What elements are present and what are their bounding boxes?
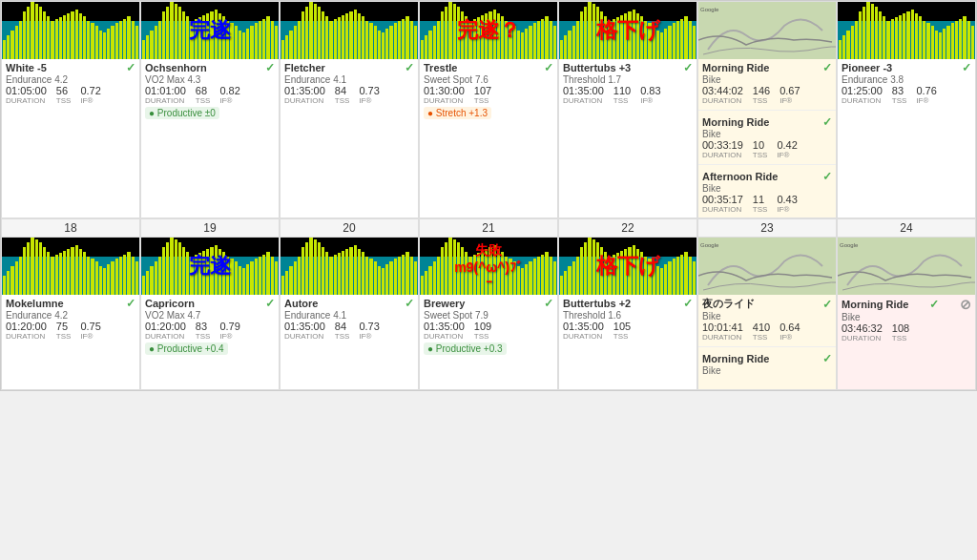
stat-value: 83 [196, 321, 211, 332]
workout-card[interactable]: Trestle✓Sweet Spot 7.601:30:00DURATION10… [420, 59, 557, 121]
stat-value: 56 [56, 85, 72, 96]
day-cell[interactable]: 22格下げButtertubs +2✓Threshold 1.601:35:00… [558, 218, 697, 390]
stat-label: IF® [780, 96, 800, 105]
stat-label: DURATION [702, 333, 743, 342]
stat-value: 0.72 [80, 85, 100, 96]
workout-title: Brewery [424, 298, 465, 309]
workout-card[interactable]: Morning Ride✓Bike03:44:02DURATION146TSS0… [698, 59, 836, 107]
stat-label: IF® [777, 205, 797, 214]
stat-value: 107 [474, 85, 491, 96]
workout-name-row: Morning Ride✓ [702, 115, 832, 129]
workout-card[interactable]: Buttertubs +2✓Threshold 1.601:35:00DURAT… [559, 295, 696, 342]
check-icon: ✓ [822, 298, 832, 311]
day-cell[interactable]: Pioneer -3✓Endurance 3.801:25:00DURATION… [837, 1, 976, 218]
workout-card[interactable]: Pioneer -3✓Endurance 3.801:25:00DURATION… [838, 59, 975, 107]
day-cell[interactable]: Google Morning Ride✓Bike03:44:02DURATION… [697, 1, 837, 218]
day-cell[interactable]: Fletcher✓Endurance 4.101:35:00DURATION84… [280, 1, 419, 218]
workout-type: Bike [702, 129, 832, 139]
workout-card[interactable]: Capricorn✓VO2 Max 4.701:20:00DURATION83T… [141, 295, 279, 357]
check-icon: ✓ [405, 61, 414, 74]
workout-name-row: Mokelumne✓ [6, 297, 135, 310]
workout-type: Endurance 4.1 [284, 310, 414, 321]
day-cell[interactable]: 18Mokelumne✓Endurance 4.201:20:00DURATIO… [1, 218, 140, 390]
stat-value: 68 [196, 85, 211, 96]
stat-label: DURATION [6, 332, 47, 341]
stat-label: DURATION [563, 96, 604, 105]
stat-value: 01:35:00 [284, 321, 325, 332]
stat-label: IF® [640, 96, 660, 105]
workout-card[interactable]: White -5✓Endurance 4.201:05:00DURATION56… [2, 59, 139, 107]
workout-stats: 01:30:00DURATION107TSS [424, 85, 553, 105]
stat-value: 01:20:00 [145, 321, 186, 332]
workout-name-row: Fletcher✓ [284, 61, 414, 74]
workout-name-row: Trestle✓ [424, 61, 553, 74]
workout-name-row: Morning Ride✓ [702, 352, 832, 365]
stat-label: DURATION [702, 151, 743, 159]
workout-card[interactable]: Brewery✓Sweet Spot 7.901:35:00DURATION10… [420, 295, 557, 357]
stat-label: TSS [753, 151, 768, 159]
workout-card[interactable]: Buttertubs +3✓Threshold 1.701:35:00DURAT… [559, 59, 696, 107]
workout-stats: 01:05:00DURATION56TSS0.72IF® [6, 85, 135, 105]
stat-label: TSS [753, 96, 770, 105]
day-cell[interactable]: 完遂Ochsenhorn✓VO2 Max 4.301:01:00DURATION… [140, 1, 280, 218]
workout-title: Capricorn [145, 298, 195, 309]
check-icon: ✓ [544, 61, 553, 74]
day-cell[interactable]: 21失敗 m9(^ω^)ﾌﾞｰBrewery✓Sweet Spot 7.901:… [419, 218, 558, 390]
workout-stats: 00:35:17DURATION11TSS0.43IF® [702, 194, 832, 214]
stat-value: 10 [753, 139, 768, 151]
workout-stats: 03:46:32DURATION108TSS [842, 322, 971, 342]
workout-name-row: Buttertubs +2✓ [563, 297, 693, 310]
stat-value: 0.79 [219, 321, 239, 332]
stat-label: TSS [892, 96, 907, 105]
day-cell[interactable]: 24 Google Morning Ride✓⊘Bike03:46:32DURA… [837, 218, 976, 390]
stat-label: DURATION [424, 96, 465, 105]
day-cell[interactable]: White -5✓Endurance 4.201:05:00DURATION56… [1, 1, 140, 218]
workout-name-row: Buttertubs +3✓ [563, 61, 693, 74]
workout-name-row: Morning Ride✓ [702, 61, 832, 74]
workout-title: Autore [284, 298, 318, 309]
workout-stats: 01:25:00DURATION83TSS0.76IF® [842, 85, 971, 105]
workout-card[interactable]: Autore✓Endurance 4.101:35:00DURATION84TS… [281, 295, 418, 342]
stat-value: 110 [613, 85, 631, 96]
day-cell[interactable]: 完遂？Trestle✓Sweet Spot 7.601:30:00DURATIO… [419, 1, 558, 218]
stat-value: 109 [474, 321, 491, 332]
workout-card[interactable]: Afternoon Ride✓Bike00:35:17DURATION11TSS… [698, 168, 836, 216]
check-icon: ✓ [683, 61, 693, 74]
workout-name-row: Capricorn✓ [145, 297, 275, 310]
stat-value: 75 [56, 321, 72, 332]
productivity-badge: ● Stretch +1.3 [424, 107, 491, 119]
stat-value: 105 [613, 321, 631, 332]
workout-card[interactable]: Ochsenhorn✓VO2 Max 4.301:01:00DURATION68… [141, 59, 279, 121]
day-cell[interactable]: 格下げButtertubs +3✓Threshold 1.701:35:00DU… [558, 1, 697, 218]
stat-value: 01:35:00 [424, 321, 465, 332]
day-cell[interactable]: 19完遂Capricorn✓VO2 Max 4.701:20:00DURATIO… [140, 218, 280, 390]
stat-label: DURATION [424, 332, 465, 341]
check-icon: ✓ [929, 298, 939, 311]
workout-card[interactable]: 夜のライド✓Bike10:01:41DURATION410TSS0.64IF® [698, 295, 836, 343]
day-cell[interactable]: 20Autore✓Endurance 4.101:35:00DURATION84… [280, 218, 419, 390]
check-icon: ✓ [822, 170, 832, 183]
workout-title: Morning Ride [842, 299, 908, 310]
stat-value: 0.73 [359, 85, 379, 96]
workout-type: Bike [842, 312, 971, 322]
check-icon: ✓ [126, 297, 135, 310]
workout-stats: 01:35:00DURATION105TSS [563, 321, 693, 341]
workout-title: Pioneer -3 [842, 62, 892, 73]
workout-card[interactable]: Mokelumne✓Endurance 4.201:20:00DURATION7… [2, 295, 139, 342]
workout-card[interactable]: Fletcher✓Endurance 4.101:35:00DURATION84… [281, 59, 418, 107]
stat-value: 00:35:17 [702, 194, 743, 205]
workout-title: Fletcher [284, 62, 325, 73]
day-cell[interactable]: 23 Google 夜のライド✓Bike10:01:41DURATION410T… [697, 218, 837, 390]
calendar-grid: White -5✓Endurance 4.201:05:00DURATION56… [0, 0, 977, 391]
stat-value: 01:35:00 [563, 85, 604, 96]
stat-label: TSS [196, 96, 211, 105]
workout-card[interactable]: Morning Ride✓⊘Bike03:46:32DURATION108TSS [838, 295, 975, 344]
stat-value: 0.67 [780, 85, 800, 96]
stat-label: TSS [613, 332, 631, 341]
workout-card[interactable]: Morning Ride✓Bike00:33:19DURATION10TSS0.… [698, 114, 836, 161]
stat-label: DURATION [563, 332, 604, 341]
workout-card[interactable]: Morning Ride✓Bike [698, 350, 836, 378]
stat-value: 01:30:00 [424, 85, 465, 96]
workout-type: Endurance 4.1 [284, 74, 414, 85]
workout-type: VO2 Max 4.3 [145, 74, 275, 85]
